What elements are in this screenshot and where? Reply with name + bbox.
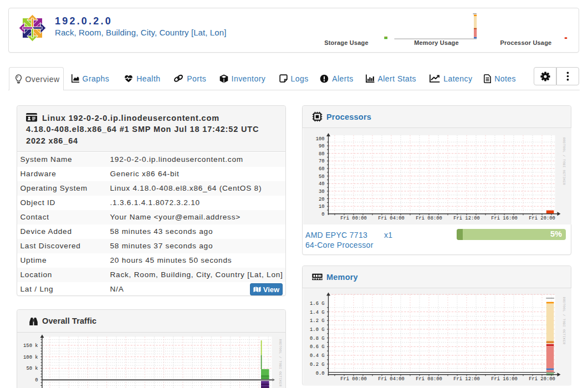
svg-text:0.6 G: 0.6 G [310,344,324,350]
svg-text:Fri 08:00: Fri 08:00 [416,216,442,221]
svg-text:RRDTOOL / TOBI OETIKER: RRDTOOL / TOBI OETIKER [561,137,565,185]
svg-text:100: 100 [315,136,324,141]
svg-text:1.0 G: 1.0 G [310,327,324,333]
svg-text:0.0: 0.0 [315,370,324,376]
svg-text:50: 50 [318,173,324,179]
svg-text:Fri 04:00: Fri 04:00 [378,216,405,221]
svg-text:Fri 16:00: Fri 16:00 [491,376,518,382]
svg-text:50 k: 50 k [26,366,38,371]
svg-text:0: 0 [35,377,38,383]
svg-text:Fri 20:00: Fri 20:00 [529,376,555,382]
svg-text:40: 40 [318,181,324,187]
svg-text:100 k: 100 k [23,354,38,360]
svg-text:1.6 G: 1.6 G [310,300,324,306]
svg-text:Fri 00:00: Fri 00:00 [340,376,367,382]
svg-text:80: 80 [318,151,324,156]
svg-text:1.4 G: 1.4 G [310,309,324,315]
svg-text:0.4 G: 0.4 G [310,353,324,359]
svg-text:RRDTOOL / TOBI OETIKER: RRDTOOL / TOBI OETIKER [561,297,565,344]
svg-text:60: 60 [318,166,324,172]
svg-text:0: 0 [321,211,324,217]
svg-text:150 k: 150 k [23,343,38,349]
svg-text:Fri 12:00: Fri 12:00 [453,216,480,221]
svg-text:20: 20 [318,196,324,202]
svg-text:70: 70 [318,159,324,164]
svg-text:Fri 00:00: Fri 00:00 [340,216,367,221]
svg-text:Fri 04:00: Fri 04:00 [378,376,405,382]
svg-text:RRDTOOL / TOBI OETIKER: RRDTOOL / TOBI OETIKER [278,339,282,386]
svg-text:0.2 G: 0.2 G [310,361,324,367]
svg-text:10: 10 [318,204,324,210]
svg-text:30: 30 [318,188,324,194]
svg-text:Fri 16:00: Fri 16:00 [491,216,518,221]
svg-text:1.2 G: 1.2 G [310,318,324,324]
svg-text:Fri 08:00: Fri 08:00 [416,376,442,382]
svg-text:Fri 12:00: Fri 12:00 [453,376,480,382]
svg-text:0.8 G: 0.8 G [310,335,324,341]
svg-text:90: 90 [318,144,324,149]
svg-text:Fri 20:00: Fri 20:00 [529,216,555,221]
